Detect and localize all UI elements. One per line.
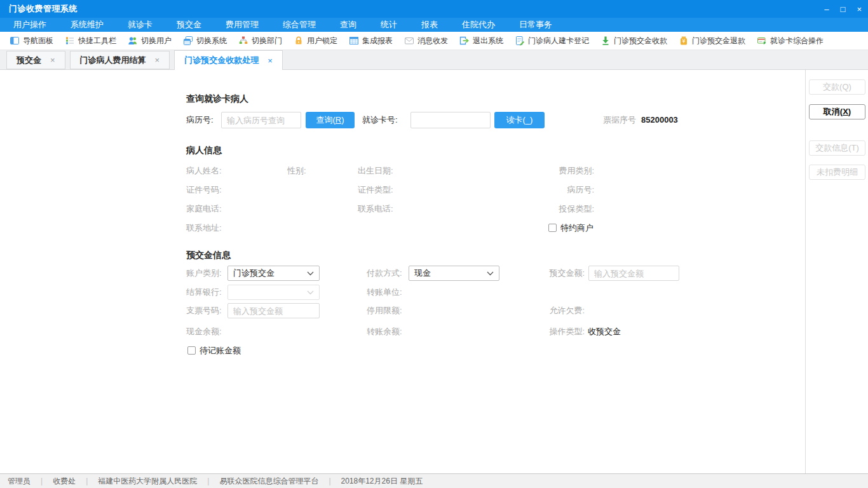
patient-section-title: 病人信息 [186,145,222,156]
toolbar-nav-panel[interactable]: 导航面板 [4,36,59,46]
menu-query[interactable]: 查询 [328,18,369,32]
toolbar-label: 门诊病人建卡登记 [528,36,589,46]
tab-label: 门诊预交金收款处理 [184,55,259,66]
tab-close-icon[interactable]: × [268,56,273,65]
pay-info-button[interactable]: 交款信息(T) [809,140,865,156]
toolbar-switch-dept[interactable]: 切换部门 [233,36,288,46]
app-window: 门诊收费管理系统 – □ × 用户操作 系统维护 就诊卡 预交金 费用管理 综合… [0,0,868,488]
read-card-button[interactable]: 读卡(_) [494,112,545,128]
nav-panel-icon [10,36,20,46]
tab-close-icon[interactable]: × [50,55,55,65]
mrn-label: 病历号: [186,112,214,128]
toolbar-exit-system[interactable]: 退出系统 [454,36,509,46]
menu-comprehensive-mgmt[interactable]: 综合管理 [271,18,328,32]
pay-method-select[interactable]: 现金 [409,266,499,281]
toolbar-messages[interactable]: 消息收发 [398,36,454,46]
special-merchant-checkbox[interactable] [548,224,557,232]
menu-visit-card[interactable]: 就诊卡 [116,18,165,32]
status-separator: | [86,477,88,485]
check-no-input[interactable] [227,303,320,318]
contact-phone-label: 联系电话: [358,204,393,214]
pending-amount-checkbox[interactable] [187,346,196,355]
id-type-label: 证件类型: [358,185,393,195]
birth-date-label: 出生日期: [358,166,393,176]
toolbar-card-ops[interactable]: 就诊卡综合操作 [751,36,829,46]
search-button-label: ) [341,115,344,125]
tab-label: 预交金 [17,55,41,66]
switch-user-icon [128,36,138,46]
stop-limit-label: 停用限额: [367,306,402,316]
patient-card-register-icon [515,36,525,46]
toolbar-user-lock[interactable]: 用户锁定 [288,36,343,46]
toolbar-patient-card-register[interactable]: 门诊病人建卡登记 [509,36,595,46]
menu-user-ops[interactable]: 用户操作 [1,18,58,32]
undeducted-detail-button[interactable]: 未扣费明细 [809,165,865,180]
toolbar-switch-system[interactable]: 切换系统 [177,36,233,46]
op-type-label: 操作类型: [512,327,585,337]
card-no-input[interactable] [410,112,491,128]
switch-dept-icon [238,36,248,46]
menu-daily-affairs[interactable]: 日常事务 [507,18,564,32]
cancel-button-label: 取消( [824,107,843,116]
toolbar-label: 门诊预交金退款 [692,36,745,46]
user-lock-icon [294,36,304,46]
toolbar-prepay-refund[interactable]: ¥ 门诊预交金退款 [673,36,751,46]
svg-text:¥: ¥ [682,39,685,44]
menu-fee-mgmt[interactable]: 费用管理 [214,18,271,32]
search-button-label: 查询( [316,115,335,125]
exit-system-icon [459,36,470,46]
cash-balance-label: 现金余额: [186,327,222,337]
message-icon [404,36,414,46]
toolbar-label: 消息收发 [417,36,448,46]
mrn-input[interactable] [221,112,301,128]
special-merchant-label: 特约商户 [560,223,593,233]
tab-label: 门诊病人费用结算 [80,55,146,66]
menu-system-maintenance[interactable]: 系统维护 [58,18,116,32]
maximize-button[interactable]: □ [841,5,846,13]
prepay-refund-icon: ¥ [679,36,689,46]
toolbar-label: 用户锁定 [307,36,337,46]
close-button[interactable]: × [857,5,862,13]
toolbar-prepay-collect[interactable]: 门诊预交金收款 [595,36,673,46]
window-controls: – □ × [824,5,862,13]
toolbar-switch-user[interactable]: 切换用户 [122,36,177,46]
cancel-hotkey: X [843,107,848,116]
account-type-value: 门诊预交金 [233,268,307,279]
search-hotkey: R [336,115,341,125]
integrated-report-icon [349,36,359,46]
menu-prepay[interactable]: 预交金 [165,18,214,32]
menu-stats[interactable]: 统计 [369,18,409,32]
search-button[interactable]: 查询(R) [306,112,355,128]
tab-close-icon[interactable]: × [155,55,160,65]
status-user: 管理员 [8,476,31,487]
pay-method-value: 现金 [414,268,487,279]
toolbar-label: 集成报表 [362,36,393,46]
prepay-amount-input[interactable] [588,266,679,281]
account-type-select[interactable]: 门诊预交金 [227,266,320,281]
transfer-balance-label: 转账余额: [367,327,402,337]
pay-button-label: 交款( [823,82,842,92]
pay-button[interactable]: 交款(Q) [809,79,865,95]
account-type-label: 账户类别: [186,268,222,278]
toolbar-integrated-report[interactable]: 集成报表 [343,36,398,46]
tab-outpatient-fee-settle[interactable]: 门诊病人费用结算 × [70,51,170,69]
menu-inpatient-agency[interactable]: 住院代办 [450,18,507,32]
receipt-seq-value: 85200003 [641,112,678,128]
cancel-button-label: ) [848,107,851,116]
menu-reports[interactable]: 报表 [409,18,450,32]
tab-prepay-collect-processing[interactable]: 门诊预交金收款处理 × [174,50,283,70]
fee-type-label: 费用类别: [521,166,594,176]
pay-hotkey: Q [842,82,848,92]
toolbar-quick-toolbar[interactable]: 快捷工具栏 [59,36,122,46]
gender-label: 性别: [287,166,306,176]
cancel-button[interactable]: 取消(X) [809,104,865,119]
quick-toolbar-icon [65,36,75,46]
tab-prepay[interactable]: 预交金 × [6,51,65,69]
patient-mrn-label: 病历号: [521,185,594,195]
check-no-label: 支票号码: [186,306,222,316]
pay-info-label: ) [856,143,858,152]
patient-name-label: 病人姓名: [186,166,222,176]
read-card-label: 读卡( [506,115,526,125]
minimize-button[interactable]: – [824,5,829,13]
prepay-section-title: 预交金信息 [186,250,231,261]
